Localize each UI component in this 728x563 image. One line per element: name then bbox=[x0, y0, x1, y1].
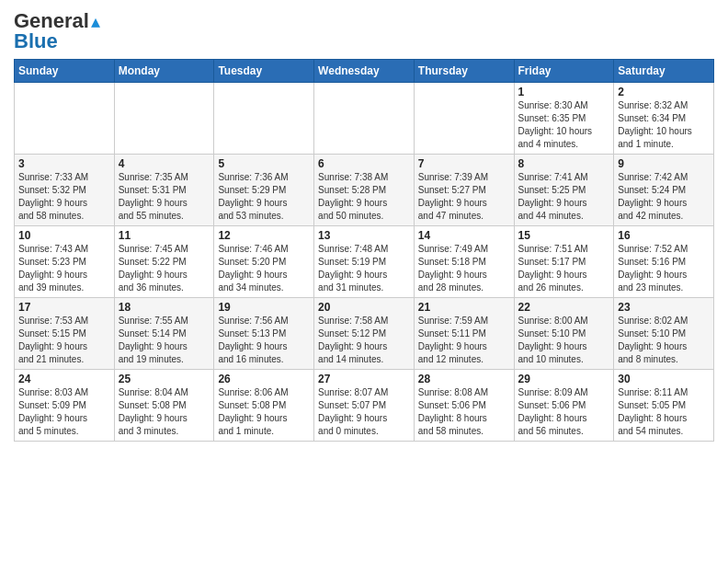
header-cell-saturday: Saturday bbox=[614, 60, 714, 83]
day-number: 11 bbox=[119, 229, 210, 242]
day-number: 25 bbox=[119, 373, 210, 385]
day-number: 17 bbox=[18, 301, 110, 314]
day-cell-4-0: 24Sunrise: 8:03 AM Sunset: 5:09 PM Dayli… bbox=[15, 370, 115, 442]
day-number: 30 bbox=[618, 373, 710, 385]
day-info: Sunrise: 8:09 AM Sunset: 5:06 PM Dayligh… bbox=[518, 386, 610, 438]
day-cell-4-1: 25Sunrise: 8:04 AM Sunset: 5:08 PM Dayli… bbox=[114, 370, 214, 442]
logo-bird-icon: ▴ bbox=[91, 10, 100, 32]
day-cell-3-6: 23Sunrise: 8:02 AM Sunset: 5:10 PM Dayli… bbox=[614, 298, 714, 370]
logo-blue-text: Blue bbox=[14, 29, 58, 53]
day-number: 23 bbox=[618, 301, 710, 314]
day-cell-0-6: 2Sunrise: 8:32 AM Sunset: 6:34 PM Daylig… bbox=[614, 83, 714, 155]
day-info: Sunrise: 8:30 AM Sunset: 6:35 PM Dayligh… bbox=[518, 99, 610, 151]
day-cell-2-5: 15Sunrise: 7:51 AM Sunset: 5:17 PM Dayli… bbox=[514, 226, 614, 298]
day-cell-1-1: 4Sunrise: 7:35 AM Sunset: 5:31 PM Daylig… bbox=[114, 155, 214, 226]
page-container: General ▴ Blue SundayMondayTuesdayWednes… bbox=[0, 0, 728, 446]
day-cell-2-3: 13Sunrise: 7:48 AM Sunset: 5:19 PM Dayli… bbox=[314, 226, 415, 298]
day-info: Sunrise: 7:53 AM Sunset: 5:15 PM Dayligh… bbox=[18, 315, 110, 366]
day-number: 3 bbox=[18, 157, 110, 170]
header-cell-wednesday: Wednesday bbox=[314, 60, 415, 83]
header-cell-tuesday: Tuesday bbox=[214, 60, 314, 83]
day-number: 2 bbox=[618, 86, 710, 98]
day-cell-4-2: 26Sunrise: 8:06 AM Sunset: 5:08 PM Dayli… bbox=[214, 370, 314, 442]
day-cell-2-2: 12Sunrise: 7:46 AM Sunset: 5:20 PM Dayli… bbox=[214, 226, 314, 298]
day-info: Sunrise: 7:58 AM Sunset: 5:12 PM Dayligh… bbox=[318, 315, 410, 366]
week-row-3: 17Sunrise: 7:53 AM Sunset: 5:15 PM Dayli… bbox=[15, 298, 714, 370]
day-info: Sunrise: 7:35 AM Sunset: 5:31 PM Dayligh… bbox=[119, 171, 210, 223]
logo: General ▴ Blue bbox=[14, 9, 100, 53]
day-cell-0-1 bbox=[114, 83, 214, 155]
day-number: 5 bbox=[218, 157, 310, 170]
day-info: Sunrise: 8:03 AM Sunset: 5:09 PM Dayligh… bbox=[18, 386, 110, 438]
day-cell-1-4: 7Sunrise: 7:39 AM Sunset: 5:27 PM Daylig… bbox=[414, 155, 514, 226]
day-cell-1-5: 8Sunrise: 7:41 AM Sunset: 5:25 PM Daylig… bbox=[514, 155, 614, 226]
day-number: 1 bbox=[518, 86, 610, 98]
day-cell-2-1: 11Sunrise: 7:45 AM Sunset: 5:22 PM Dayli… bbox=[114, 226, 214, 298]
day-cell-0-5: 1Sunrise: 8:30 AM Sunset: 6:35 PM Daylig… bbox=[514, 83, 614, 155]
day-cell-3-5: 22Sunrise: 8:00 AM Sunset: 5:10 PM Dayli… bbox=[514, 298, 614, 370]
day-number: 28 bbox=[418, 373, 510, 385]
day-cell-2-4: 14Sunrise: 7:49 AM Sunset: 5:18 PM Dayli… bbox=[414, 226, 514, 298]
day-number: 8 bbox=[518, 157, 610, 170]
day-info: Sunrise: 7:52 AM Sunset: 5:16 PM Dayligh… bbox=[618, 243, 710, 294]
day-info: Sunrise: 7:51 AM Sunset: 5:17 PM Dayligh… bbox=[518, 243, 610, 294]
day-info: Sunrise: 7:42 AM Sunset: 5:24 PM Dayligh… bbox=[618, 171, 710, 223]
day-number: 24 bbox=[18, 373, 110, 385]
day-cell-1-0: 3Sunrise: 7:33 AM Sunset: 5:32 PM Daylig… bbox=[15, 155, 115, 226]
header-cell-monday: Monday bbox=[114, 60, 214, 83]
day-info: Sunrise: 7:49 AM Sunset: 5:18 PM Dayligh… bbox=[418, 243, 510, 294]
day-info: Sunrise: 7:45 AM Sunset: 5:22 PM Dayligh… bbox=[119, 243, 210, 294]
day-number: 6 bbox=[318, 157, 410, 170]
week-row-2: 10Sunrise: 7:43 AM Sunset: 5:23 PM Dayli… bbox=[15, 226, 714, 298]
day-cell-3-4: 21Sunrise: 7:59 AM Sunset: 5:11 PM Dayli… bbox=[414, 298, 514, 370]
day-info: Sunrise: 8:08 AM Sunset: 5:06 PM Dayligh… bbox=[418, 386, 510, 438]
day-cell-4-4: 28Sunrise: 8:08 AM Sunset: 5:06 PM Dayli… bbox=[414, 370, 514, 442]
day-cell-3-0: 17Sunrise: 7:53 AM Sunset: 5:15 PM Dayli… bbox=[15, 298, 115, 370]
header-cell-thursday: Thursday bbox=[414, 60, 514, 83]
day-info: Sunrise: 7:38 AM Sunset: 5:28 PM Dayligh… bbox=[318, 171, 410, 223]
day-number: 18 bbox=[119, 301, 210, 314]
day-info: Sunrise: 8:06 AM Sunset: 5:08 PM Dayligh… bbox=[218, 386, 310, 438]
day-number: 26 bbox=[218, 373, 310, 385]
day-cell-1-2: 5Sunrise: 7:36 AM Sunset: 5:29 PM Daylig… bbox=[214, 155, 314, 226]
day-info: Sunrise: 8:07 AM Sunset: 5:07 PM Dayligh… bbox=[318, 386, 410, 438]
day-number: 19 bbox=[218, 301, 310, 314]
day-number: 16 bbox=[618, 229, 710, 242]
day-info: Sunrise: 7:41 AM Sunset: 5:25 PM Dayligh… bbox=[518, 171, 610, 223]
day-info: Sunrise: 7:59 AM Sunset: 5:11 PM Dayligh… bbox=[418, 315, 510, 366]
day-number: 29 bbox=[518, 373, 610, 385]
week-row-4: 24Sunrise: 8:03 AM Sunset: 5:09 PM Dayli… bbox=[15, 370, 714, 442]
week-row-1: 3Sunrise: 7:33 AM Sunset: 5:32 PM Daylig… bbox=[15, 155, 714, 226]
day-info: Sunrise: 8:11 AM Sunset: 5:05 PM Dayligh… bbox=[618, 386, 710, 438]
day-number: 10 bbox=[18, 229, 110, 242]
day-number: 14 bbox=[418, 229, 510, 242]
calendar-table: SundayMondayTuesdayWednesdayThursdayFrid… bbox=[14, 59, 714, 442]
day-number: 22 bbox=[518, 301, 610, 314]
day-number: 9 bbox=[618, 157, 710, 170]
day-number: 13 bbox=[318, 229, 410, 242]
day-number: 20 bbox=[318, 301, 410, 314]
header: General ▴ Blue bbox=[14, 9, 714, 53]
header-row: SundayMondayTuesdayWednesdayThursdayFrid… bbox=[15, 60, 714, 83]
day-cell-4-3: 27Sunrise: 8:07 AM Sunset: 5:07 PM Dayli… bbox=[314, 370, 415, 442]
day-cell-1-3: 6Sunrise: 7:38 AM Sunset: 5:28 PM Daylig… bbox=[314, 155, 415, 226]
day-cell-3-3: 20Sunrise: 7:58 AM Sunset: 5:12 PM Dayli… bbox=[314, 298, 415, 370]
day-info: Sunrise: 8:32 AM Sunset: 6:34 PM Dayligh… bbox=[618, 99, 710, 151]
day-info: Sunrise: 8:00 AM Sunset: 5:10 PM Dayligh… bbox=[518, 315, 610, 366]
day-number: 12 bbox=[218, 229, 310, 242]
day-cell-1-6: 9Sunrise: 7:42 AM Sunset: 5:24 PM Daylig… bbox=[614, 155, 714, 226]
day-number: 15 bbox=[518, 229, 610, 242]
day-cell-3-2: 19Sunrise: 7:56 AM Sunset: 5:13 PM Dayli… bbox=[214, 298, 314, 370]
day-number: 4 bbox=[119, 157, 210, 170]
day-info: Sunrise: 7:36 AM Sunset: 5:29 PM Dayligh… bbox=[218, 171, 310, 223]
day-cell-0-4 bbox=[414, 83, 514, 155]
day-info: Sunrise: 7:33 AM Sunset: 5:32 PM Dayligh… bbox=[18, 171, 110, 223]
day-number: 7 bbox=[418, 157, 510, 170]
day-info: Sunrise: 7:55 AM Sunset: 5:14 PM Dayligh… bbox=[119, 315, 210, 366]
day-cell-4-5: 29Sunrise: 8:09 AM Sunset: 5:06 PM Dayli… bbox=[514, 370, 614, 442]
day-cell-4-6: 30Sunrise: 8:11 AM Sunset: 5:05 PM Dayli… bbox=[614, 370, 714, 442]
day-info: Sunrise: 7:39 AM Sunset: 5:27 PM Dayligh… bbox=[418, 171, 510, 223]
day-info: Sunrise: 7:43 AM Sunset: 5:23 PM Dayligh… bbox=[18, 243, 110, 294]
week-row-0: 1Sunrise: 8:30 AM Sunset: 6:35 PM Daylig… bbox=[15, 83, 714, 155]
day-number: 21 bbox=[418, 301, 510, 314]
